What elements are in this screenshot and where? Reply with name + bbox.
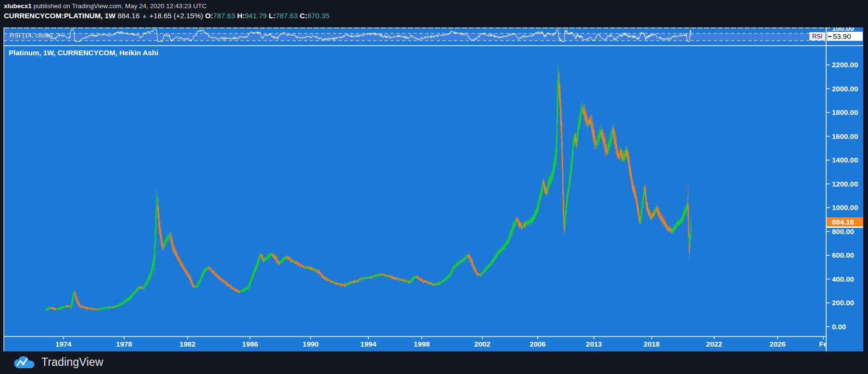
price-tick-label: 1600.00: [832, 132, 862, 140]
time-tick-label: 2022: [700, 340, 729, 348]
price-tick-label: 2000.00: [832, 85, 862, 93]
publisher-username: xlubecx1: [4, 2, 32, 10]
publisher-line: xlubecx1 published on TradingView.com, M…: [4, 2, 207, 10]
time-tick-label: 1982: [173, 340, 202, 348]
last-price: 884.16: [117, 12, 139, 20]
rsi-chip: RSI: [809, 32, 825, 40]
time-tick-label: 2002: [468, 340, 497, 348]
time-axis[interactable]: 1974197819821986199019941998200220062013…: [4, 337, 826, 351]
time-tick-label: 2006: [523, 340, 552, 348]
time-tick-label: 1986: [236, 340, 264, 348]
symbol-name: CURRENCYCOM:PLATINUM, 1W: [4, 12, 115, 20]
price-tick-label: 200.00: [832, 299, 862, 307]
rsi-value-badge: 53.90: [827, 32, 863, 41]
last-price-badge-underline: [827, 226, 863, 228]
price-tick-label: 2200.00: [832, 61, 862, 69]
price-tick-label: 1000.00: [832, 203, 862, 212]
symbol-line: CURRENCYCOM:PLATINUM, 1W 884.16 ▲ +18.65…: [4, 12, 329, 20]
time-tick-label: 1998: [407, 340, 436, 348]
rsi-indicator-label[interactable]: RSI (14, close): [10, 32, 52, 39]
time-tick-label: 1994: [354, 340, 383, 348]
price-tick-label: 1800.00: [832, 108, 862, 116]
price-tick-label: 400.00: [832, 275, 862, 283]
high-value: 941.79: [245, 12, 267, 20]
open-value: 787.63: [213, 12, 235, 20]
low-value: 787.63: [276, 12, 298, 20]
price-tick-label: 600.00: [832, 251, 862, 259]
tradingview-brand-text[interactable]: TradingView: [41, 356, 103, 369]
time-tick-label: 2018: [637, 340, 666, 348]
time-tick-label: 1978: [110, 340, 138, 348]
time-tick-label: 1990: [296, 340, 325, 348]
time-tick-label: 1974: [49, 340, 78, 348]
close-value: 870.35: [307, 12, 329, 20]
price-tick-label: 1400.00: [832, 156, 862, 164]
footer: TradingView: [0, 351, 868, 374]
tradingview-logo-icon[interactable]: [13, 355, 37, 370]
time-tick-label: Fe: [809, 340, 826, 348]
time-tick-label: 2026: [763, 340, 792, 348]
last-price-badge: 884.16: [827, 217, 863, 226]
pane-title[interactable]: Platinum, 1W, CURRENCYCOM, Heikin Ashi: [9, 49, 158, 57]
price-change: +18.65 (+2.15%): [150, 12, 203, 20]
time-tick-label: 2013: [579, 340, 608, 348]
tradingview-snapshot: RSI (14, close) Platinum, 1W, CURRENCYCO…: [0, 0, 868, 374]
price-tick-label: 800.00: [832, 227, 862, 236]
price-tick-label: 0.00: [832, 323, 862, 331]
up-arrow-icon: ▲: [141, 12, 147, 19]
price-tick-label: 1200.00: [832, 180, 862, 188]
header: xlubecx1 published on TradingView.com, M…: [0, 0, 868, 27]
